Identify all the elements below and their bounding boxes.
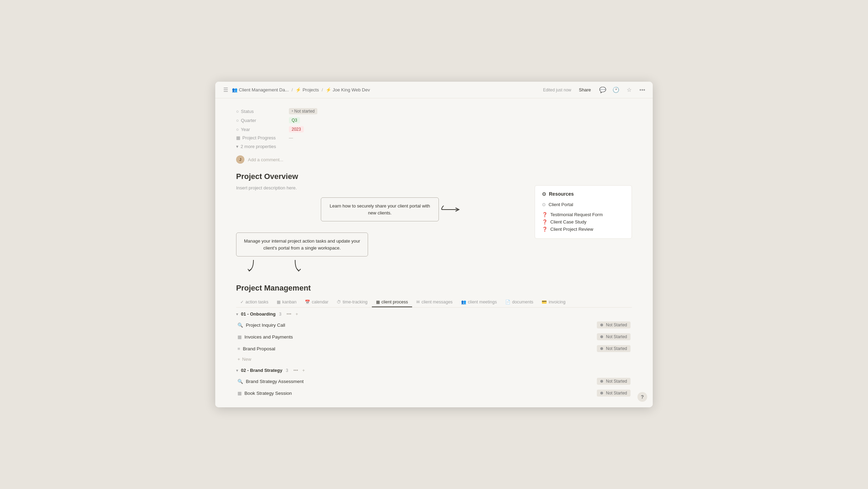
resource-project-review[interactable]: ❓ Client Project Review [542, 226, 625, 233]
share-button[interactable]: Share [576, 87, 594, 93]
status-dot-1 [600, 324, 603, 326]
overview-left: Insert project description here. Learn h… [236, 185, 518, 272]
meetings-icon: 👥 [461, 300, 466, 304]
arrow-down-right-icon [288, 259, 302, 272]
status-label: ○ Status [236, 109, 285, 114]
breadcrumb-joe-king[interactable]: ⚡ Joe King Web Dev [326, 87, 370, 92]
task-status-3: Not Started [597, 345, 631, 352]
people-icon: 👥 [232, 87, 237, 92]
comment-placeholder: Add a comment... [248, 157, 283, 162]
group-add-btn[interactable]: + [294, 311, 299, 317]
task-invoices[interactable]: ▦ Invoices and Payments Not Started [236, 331, 632, 343]
breadcrumb-sep-2: / [322, 87, 323, 92]
tab-calendar[interactable]: 📅 calendar [301, 298, 333, 307]
task-status-1: Not Started [597, 321, 631, 328]
task-icon-3: ≡ [237, 346, 240, 351]
group-add-btn-2[interactable]: + [301, 367, 306, 373]
notification-icon[interactable]: 🕐 [612, 86, 620, 94]
arrow-right-icon [440, 204, 461, 215]
year-icon: ○ [236, 127, 239, 132]
tab-action-tasks[interactable]: ✓ action tasks [236, 298, 273, 307]
progress-property: ▦ Project Progress — [236, 134, 632, 142]
message-icon: ✉ [416, 300, 420, 304]
kanban-icon: ▦ [277, 300, 281, 304]
app-window: ☰ 👥 Client Management Da... / ⚡ Projects… [215, 82, 653, 407]
task-brand-strategy-assessment[interactable]: 🔍 Brand Strategy Assessment Not Started [236, 375, 632, 387]
group-onboarding[interactable]: ▾ 01 - Onboarding 3 ••• + [236, 308, 632, 319]
link-icon-2: ❓ [542, 212, 548, 217]
add-task-onboarding[interactable]: + New [236, 354, 632, 364]
task-name-2: Invoices and Payments [244, 334, 597, 340]
group-brand-strategy[interactable]: ▾ 02 - Brand Strategy 3 ••• + [236, 364, 632, 375]
breadcrumb-sep-1: / [292, 87, 293, 92]
task-status-4: Not Started [597, 378, 631, 385]
year-property: ○ Year 2023 [236, 125, 632, 134]
task-project-inquiry[interactable]: 🔍 Project Inquiry Call Not Started [236, 319, 632, 331]
task-status-2: Not Started [597, 333, 631, 340]
callout-share-portal: Learn how to securely share your client … [321, 197, 439, 221]
task-book-strategy[interactable]: ▦ Book Strategy Session Not Started [236, 387, 632, 399]
tabs-bar: ✓ action tasks ▦ kanban 📅 calendar ⏱ tim… [236, 298, 632, 308]
project-management-heading: Project Management [236, 284, 632, 293]
comment-row[interactable]: J Add a comment... [236, 155, 632, 164]
resource-testimonial[interactable]: ❓ Testimonial Request Form [542, 211, 625, 218]
task-name-4: Brand Strategy Assessment [246, 379, 597, 384]
status-dot-3 [600, 347, 603, 350]
project-management-section: Project Management ✓ action tasks ▦ kanb… [236, 284, 632, 399]
quarter-label: ○ Quarter [236, 118, 285, 123]
group-more-btn-2[interactable]: ••• [292, 367, 299, 373]
group-brand-strategy-count: 3 [286, 368, 288, 373]
year-value[interactable]: 2023 [289, 126, 304, 132]
breadcrumb-projects[interactable]: ⚡ Projects [295, 87, 319, 92]
tab-client-meetings[interactable]: 👥 client meetings [457, 298, 501, 307]
callout-manage-tasks: Manage your internal project action task… [236, 233, 368, 256]
menu-icon: ☰ [223, 87, 228, 93]
tab-client-process[interactable]: ▦ client process [372, 298, 412, 307]
help-button[interactable]: ? [637, 392, 647, 402]
comment-icon[interactable]: 💬 [599, 86, 607, 94]
resources-section: ⊙ Resources ⊙ Client Portal ❓ Testimonia… [526, 185, 632, 239]
topbar: ☰ 👥 Client Management Da... / ⚡ Projects… [215, 82, 653, 98]
arrow-down-left-icon [247, 259, 260, 272]
resources-box: ⊙ Resources ⊙ Client Portal ❓ Testimonia… [535, 185, 632, 239]
group-onboarding-actions: ••• + [285, 311, 299, 317]
progress-value: — [289, 136, 293, 140]
task-status-5: Not Started [597, 390, 631, 397]
resources-icon: ⊙ [542, 191, 546, 197]
toggle-brand-strategy[interactable]: ▾ [236, 368, 238, 373]
project-overview-heading: Project Overview [236, 172, 632, 181]
group-more-btn[interactable]: ••• [285, 311, 292, 317]
check-icon: ✓ [240, 300, 244, 304]
avatar: J [236, 155, 244, 164]
year-label: ○ Year [236, 127, 285, 132]
status-value[interactable]: Not started [289, 108, 317, 114]
status-property: ○ Status Not started [236, 107, 632, 116]
documents-icon: 📄 [505, 300, 510, 304]
lightning-icon-1: ⚡ [295, 87, 301, 92]
quarter-property: ○ Quarter Q3 [236, 116, 632, 125]
tab-documents[interactable]: 📄 documents [501, 298, 537, 307]
tab-kanban[interactable]: ▦ kanban [273, 298, 301, 307]
task-brand-proposal[interactable]: ≡ Brand Proposal Not Started [236, 343, 632, 354]
tab-client-messages[interactable]: ✉ client messages [412, 298, 457, 307]
task-icon-2: ▦ [237, 334, 242, 340]
link-icon-4: ❓ [542, 227, 548, 232]
status-dot-5 [600, 392, 603, 394]
link-icon-3: ❓ [542, 219, 548, 225]
resource-case-study[interactable]: ❓ Client Case Study [542, 218, 625, 226]
task-icon-1: 🔍 [237, 323, 243, 328]
tab-time-tracking[interactable]: ⏱ time-tracking [333, 298, 372, 307]
toggle-onboarding[interactable]: ▾ [236, 312, 238, 317]
more-properties[interactable]: ▾ 2 more properties [236, 143, 632, 150]
hamburger-menu[interactable]: ☰ [222, 86, 230, 94]
tab-invoicing[interactable]: 💳 invoicing [537, 298, 570, 307]
group-onboarding-label: 01 - Onboarding [241, 311, 276, 317]
quarter-value[interactable]: Q3 [289, 117, 300, 123]
breadcrumb-client-management[interactable]: 👥 Client Management Da... [232, 87, 289, 92]
star-icon[interactable]: ☆ [625, 86, 633, 94]
more-icon[interactable]: ••• [638, 86, 646, 94]
breadcrumb-label-3: Joe King Web Dev [333, 87, 370, 92]
task-name-1: Project Inquiry Call [246, 323, 597, 328]
resource-client-portal[interactable]: ⊙ Client Portal [542, 201, 625, 208]
overview-description: Insert project description here. [236, 185, 518, 190]
